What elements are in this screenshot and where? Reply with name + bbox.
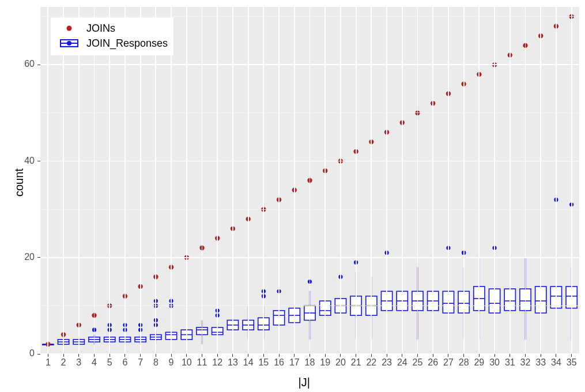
x-tick-label: 21 <box>348 357 364 368</box>
y-tick <box>37 161 40 161</box>
x-tick <box>448 354 448 357</box>
grid-line-vertical <box>124 7 126 354</box>
grid-line-vertical <box>463 7 465 354</box>
grid-line-vertical <box>248 7 249 354</box>
chart-container: |J| count 020406012345678910111213141516… <box>0 0 585 392</box>
grid-line-vertical <box>109 7 110 354</box>
x-tick <box>509 354 510 357</box>
x-tick-label: 29 <box>471 357 487 368</box>
x-tick-label: 12 <box>209 357 225 368</box>
x-tick <box>371 354 372 357</box>
x-tick-label: 24 <box>394 357 410 368</box>
x-tick <box>294 354 295 357</box>
grid-line-vertical <box>171 7 172 354</box>
grid-line-vertical <box>509 7 511 354</box>
x-tick <box>325 354 326 357</box>
x-tick <box>94 354 95 357</box>
x-tick-label: 34 <box>548 357 564 368</box>
legend-label-joins: JOINs <box>86 22 115 35</box>
x-tick-label: 6 <box>117 357 133 368</box>
x-axis-title: |J| <box>299 376 310 389</box>
grid-line-vertical <box>432 7 433 354</box>
x-tick <box>541 354 541 357</box>
x-tick-label: 27 <box>440 357 456 368</box>
x-tick-label: 28 <box>456 357 472 368</box>
y-tick-label: 20 <box>0 252 35 262</box>
y-tick-label: 0 <box>0 348 35 359</box>
grid-line-vertical <box>448 7 449 354</box>
x-tick-label: 19 <box>317 357 333 368</box>
x-tick <box>525 354 526 357</box>
x-tick-label: 2 <box>55 357 71 368</box>
grid-line-vertical <box>63 7 64 354</box>
x-tick-label: 23 <box>379 357 395 368</box>
x-tick-label: 13 <box>225 357 241 368</box>
x-tick <box>387 354 387 357</box>
grid-line-vertical <box>217 7 218 354</box>
x-tick-label: 20 <box>333 357 349 368</box>
x-tick <box>571 354 572 357</box>
x-tick-label: 15 <box>255 357 271 368</box>
x-tick <box>263 354 264 357</box>
grid-line-vertical <box>202 7 203 354</box>
x-tick-label: 25 <box>410 357 426 368</box>
x-tick-label: 3 <box>71 357 87 368</box>
grid-line-vertical <box>525 7 526 354</box>
grid-line-vertical <box>310 7 311 354</box>
x-tick <box>78 354 79 357</box>
legend-item-join-responses: JOIN_Responses <box>56 36 168 51</box>
y-tick-label: 40 <box>0 156 35 166</box>
x-tick <box>356 354 356 357</box>
x-tick-label: 17 <box>286 357 303 368</box>
x-tick <box>310 354 310 357</box>
x-tick-label: 8 <box>148 357 164 368</box>
grid-line-vertical <box>340 7 341 354</box>
x-tick-label: 18 <box>302 357 318 368</box>
x-tick-label: 5 <box>101 357 118 368</box>
grid-line-vertical <box>494 7 495 354</box>
x-tick <box>202 354 202 357</box>
x-tick <box>417 354 418 357</box>
grid-line-vertical <box>417 7 418 354</box>
grid-line-vertical <box>232 7 233 354</box>
x-tick <box>217 354 218 357</box>
x-tick-label: 22 <box>363 357 379 368</box>
y-axis-title: count <box>13 168 26 197</box>
x-tick-label: 9 <box>163 357 179 368</box>
x-tick-label: 1 <box>40 357 56 368</box>
grid-line-vertical <box>402 7 403 354</box>
x-tick-label: 30 <box>486 357 503 368</box>
x-tick <box>124 354 125 357</box>
grid-line-vertical <box>540 7 541 354</box>
y-tick-label: 60 <box>0 59 35 69</box>
legend-key-join-responses <box>56 37 82 49</box>
x-tick <box>279 354 280 357</box>
grid-line-vertical <box>556 7 557 354</box>
y-tick <box>37 65 40 65</box>
x-tick-label: 33 <box>533 357 549 368</box>
point-icon <box>67 26 72 31</box>
x-tick <box>171 354 172 357</box>
boxplot-point-icon <box>67 41 71 46</box>
grid-line-vertical <box>263 7 264 354</box>
x-tick <box>556 354 556 357</box>
grid-line-vertical <box>94 7 95 354</box>
x-tick <box>232 354 233 357</box>
grid-line-vertical <box>278 7 280 354</box>
x-tick-label: 31 <box>502 357 518 368</box>
grid-line-vertical <box>571 7 572 354</box>
y-tick <box>37 354 40 355</box>
plot-svg <box>0 0 585 392</box>
x-tick-label: 26 <box>425 357 441 368</box>
x-tick <box>402 354 402 357</box>
x-tick <box>63 354 64 357</box>
x-tick <box>186 354 187 357</box>
grid-line-vertical <box>386 7 387 354</box>
grid-line-vertical <box>356 7 357 354</box>
y-tick <box>37 257 40 258</box>
x-tick-label: 16 <box>271 357 287 368</box>
x-tick <box>463 354 464 357</box>
grid-line-vertical <box>371 7 372 354</box>
x-tick-label: 35 <box>564 357 580 368</box>
legend-key-joins <box>56 22 82 34</box>
